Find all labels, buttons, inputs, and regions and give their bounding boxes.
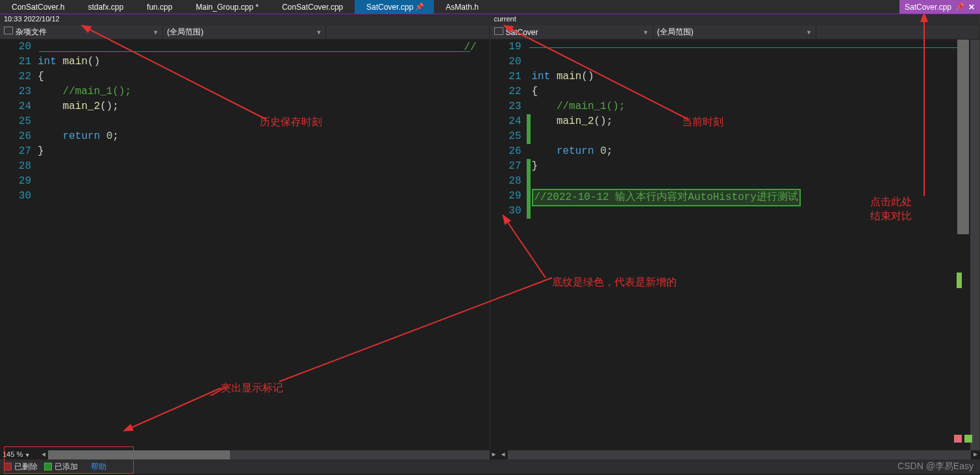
added-label: 已添加 — [55, 462, 78, 471]
right-pane: current SatCover ▼ (全局范围) ▼ 192021222324… — [490, 14, 981, 450]
tab-maingroup[interactable]: Main_Group.cpp * — [184, 0, 270, 14]
zoom-level[interactable]: 145 % ▼ — [0, 450, 39, 459]
chevron-down-icon: ▼ — [153, 29, 158, 36]
close-icon[interactable]: ✕ — [968, 3, 975, 12]
nav-scope-label-r: (全局范围) — [657, 27, 694, 38]
added-legend: 已添加 — [44, 461, 78, 472]
chevron-down-icon: ▼ — [806, 29, 812, 36]
editor-left[interactable]: // 2021222324252627282930 int main(){ //… — [0, 40, 490, 450]
scroll-right-arrow-r[interactable]: ▶ — [971, 450, 980, 459]
watermark: CSDN @李易Easy — [898, 461, 974, 472]
nav-combo-project[interactable]: 杂项文件 ▼ — [0, 25, 163, 39]
help-link[interactable]: 帮助 — [91, 461, 107, 472]
h-scroll-right[interactable] — [508, 450, 971, 459]
compare-label: SatCover.cpp — [905, 3, 951, 12]
scroll-right-arrow[interactable]: ▶ — [490, 450, 499, 459]
nav-scope-label: (全局范围) — [167, 27, 203, 38]
nav-class-label: SatCover — [506, 28, 538, 37]
nav-bar-left: 杂项文件 ▼ (全局范围) ▼ — [0, 25, 490, 40]
comment-end: // — [464, 42, 476, 53]
scroll-left-arrow-r[interactable]: ◀ — [499, 450, 508, 459]
h-scroll-left[interactable] — [48, 450, 490, 459]
bottom-bar: 145 % ▼ ◀ ▶ ◀ ▶ — [0, 450, 980, 459]
tab-stdafx[interactable]: stdafx.cpp — [76, 0, 135, 14]
tab-consatcover-cpp[interactable]: ConSatCover.cpp — [270, 0, 355, 14]
code-right[interactable]: int main(){ //main_1(); main_2(); return… — [531, 40, 980, 450]
nav-combo-scope[interactable]: (全局范围) ▼ — [163, 25, 326, 39]
ruler-mark-added[interactable] — [964, 435, 972, 443]
chevron-down-icon: ▼ — [643, 29, 649, 36]
history-timestamp: 10:33 2022/10/12 — [0, 14, 490, 25]
tab-bar: ConSatCover.h stdafx.cpp fun.cpp Main_Gr… — [0, 0, 980, 14]
overview-ruler-marks — [971, 26, 980, 449]
gutter-left: 2021222324252627282930 — [0, 40, 36, 450]
ruler-mark-added[interactable] — [957, 273, 962, 288]
left-pane: 10:33 2022/10/12 杂项文件 ▼ (全局范围) ▼ // 2021… — [0, 14, 490, 450]
added-swatch-icon — [44, 463, 52, 470]
tab-consatcover-h[interactable]: ConSatCover.h — [0, 0, 76, 14]
zoom-value: 145 % — [3, 450, 23, 458]
split-view: 10:33 2022/10/12 杂项文件 ▼ (全局范围) ▼ // 2021… — [0, 14, 980, 450]
compare-indicator[interactable]: SatCover.cpp 📌 ✕ — [899, 0, 980, 14]
current-header: current — [490, 14, 980, 25]
scroll-left-arrow[interactable]: ◀ — [39, 450, 48, 459]
code-left[interactable]: int main(){ //main_1(); main_2(); return… — [36, 40, 490, 450]
nav-project-label: 杂项文件 — [16, 27, 47, 36]
tab-asmath[interactable]: AsMath.h — [434, 0, 490, 14]
tab-fun[interactable]: fun.cpp — [135, 0, 184, 14]
scroll-thumb[interactable] — [48, 450, 230, 459]
deleted-swatch-icon — [4, 463, 12, 470]
class-icon — [494, 27, 503, 35]
deleted-label: 已删除 — [14, 462, 38, 471]
editor-right[interactable]: 192021222324252627282930 int main(){ //m… — [490, 40, 980, 450]
nav-combo-empty-r[interactable] — [816, 25, 979, 39]
diff-legend: 已删除 已添加 帮助 — [0, 459, 980, 474]
folder-icon — [4, 27, 13, 34]
deleted-legend: 已删除 — [4, 461, 38, 472]
pin-icon[interactable]: 📌 — [413, 3, 422, 11]
ruler-mark-deleted[interactable] — [954, 435, 962, 443]
tab-label: SatCover.cpp — [366, 3, 413, 12]
chevron-down-icon: ▼ — [25, 452, 30, 458]
nav-combo-class[interactable]: SatCover ▼ — [490, 25, 653, 39]
tab-satcover-active[interactable]: SatCover.cpp 📌 — [355, 0, 434, 14]
divider-line — [39, 51, 470, 52]
nav-combo-empty[interactable] — [326, 25, 489, 39]
divider-line — [529, 47, 961, 48]
nav-bar-right: SatCover ▼ (全局范围) ▼ — [490, 25, 980, 40]
vertical-scrollbar[interactable] — [957, 40, 969, 234]
chevron-down-icon: ▼ — [316, 29, 321, 36]
nav-combo-scope-r[interactable]: (全局范围) ▼ — [653, 25, 816, 39]
pin-icon[interactable]: 📌 — [955, 3, 964, 11]
gutter-right: 192021222324252627282930 — [490, 40, 527, 450]
